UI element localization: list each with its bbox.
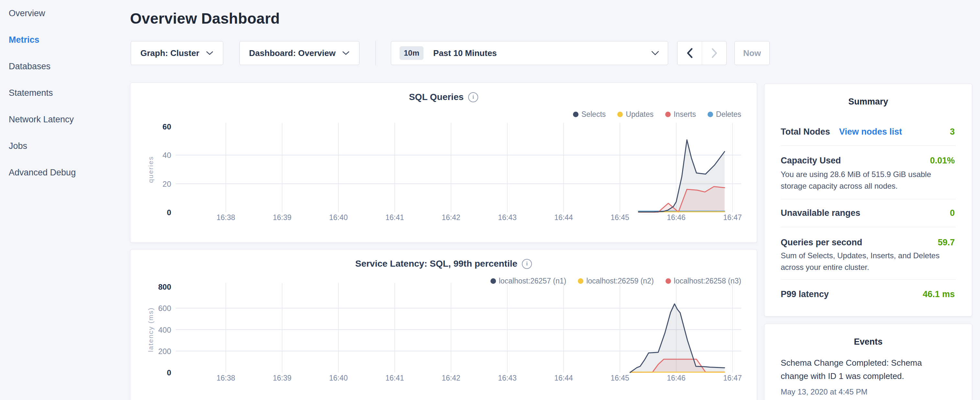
summary-value: 46.1 ms [923, 289, 955, 300]
x-tick-label: 16:39 [273, 374, 291, 382]
legend-item[interactable]: localhost:26258 (n3) [665, 277, 741, 285]
x-tick-label: 16:44 [554, 213, 573, 222]
sidebar-item-network-latency[interactable]: Network Latency [0, 106, 129, 133]
chart-legend: SelectsUpdatesInsertsDeletes [573, 110, 741, 119]
sidebar-item-overview[interactable]: Overview [0, 0, 129, 27]
chart-header: SQL Queries i [130, 92, 757, 102]
chart-card-sql-queries: SQL Queries i SelectsUpdatesInsertsDelet… [130, 83, 757, 243]
summary-label: Queries per second [781, 237, 862, 247]
summary-panel: Summary Total Nodes View nodes list 3 Ca… [764, 83, 972, 317]
legend-item[interactable]: Selects [573, 110, 606, 119]
time-step-buttons [677, 41, 727, 65]
legend-item[interactable]: Deletes [708, 110, 741, 119]
time-step-forward-button[interactable] [702, 41, 726, 65]
summary-divider [781, 227, 956, 227]
graph-scope-dropdown[interactable]: Graph: Cluster [131, 41, 223, 65]
x-tick-label: 16:39 [273, 213, 291, 222]
legend-label: Selects [581, 110, 606, 119]
summary-value: 0.01% [930, 156, 955, 166]
dashboard-dropdown[interactable]: Dashboard: Overview [239, 41, 360, 65]
chart-legend: localhost:26257 (n1)localhost:26259 (n2)… [490, 277, 741, 285]
summary-divider [781, 145, 956, 146]
events-title: Events [765, 337, 972, 347]
time-range-picker[interactable]: 10m Past 10 Minutes [391, 41, 668, 65]
x-tick-label: 16:46 [667, 374, 686, 382]
summary-divider [781, 279, 956, 280]
chevron-right-icon [711, 48, 718, 58]
now-button[interactable]: Now [735, 41, 770, 65]
y-tick-label: 60 [162, 122, 171, 131]
x-tick-label: 16:46 [667, 213, 686, 222]
y-tick-label: 600 [158, 304, 171, 312]
y-tick-label: 400 [158, 325, 171, 334]
y-axis-title: latency (ms) [147, 307, 154, 352]
summary-row-capacity-used: Capacity Used 0.01% [781, 154, 955, 167]
y-tick-label: 800 [158, 282, 171, 291]
x-tick-label: 16:42 [442, 213, 460, 222]
legend-label: localhost:26257 (n1) [499, 277, 566, 285]
events-panel: Events Schema Change Completed: Schema c… [764, 324, 972, 400]
info-icon[interactable]: i [468, 92, 478, 102]
legend-label: localhost:26258 (n3) [674, 277, 741, 285]
info-icon[interactable]: i [522, 259, 532, 269]
legend-dot-icon [665, 112, 671, 117]
summary-row-queries-per-second: Queries per second 59.7 [781, 236, 955, 249]
x-tick-label: 16:43 [498, 374, 517, 382]
app-root: Overview Metrics Databases Statements Ne… [0, 0, 980, 400]
legend-dot-icon [573, 112, 579, 117]
summary-row-unavailable-ranges: Unavailable ranges 0 [781, 207, 955, 220]
chart-card-service-latency: Service Latency: SQL, 99th percentile i … [130, 249, 757, 400]
legend-dot-icon [490, 278, 496, 284]
sidebar-item-jobs[interactable]: Jobs [0, 133, 129, 159]
y-tick-label: 0 [167, 368, 171, 377]
time-range-label: Past 10 Minutes [433, 48, 497, 58]
x-tick-label: 16:42 [442, 374, 460, 382]
summary-label: Unavailable ranges [781, 208, 860, 218]
chevron-down-icon [342, 51, 350, 55]
sidebar-item-advanced-debug[interactable]: Advanced Debug [0, 159, 129, 186]
time-step-back-button[interactable] [678, 41, 702, 65]
x-tick-label: 16:38 [216, 374, 235, 382]
x-tick-label: 16:41 [385, 213, 404, 222]
sidebar-item-statements[interactable]: Statements [0, 80, 129, 106]
x-tick-label: 16:47 [723, 374, 742, 382]
y-tick-label: 20 [162, 180, 171, 188]
summary-label: P99 latency [781, 289, 829, 300]
chart-title: SQL Queries [409, 92, 464, 102]
legend-item[interactable]: Inserts [665, 110, 696, 119]
legend-dot-icon [708, 112, 713, 117]
chart-header: Service Latency: SQL, 99th percentile i [130, 258, 757, 269]
time-range-badge: 10m [399, 46, 423, 60]
x-tick-label: 16:43 [498, 213, 517, 222]
legend-dot-icon [578, 278, 583, 284]
x-tick-label: 16:40 [329, 374, 348, 382]
sidebar-item-metrics[interactable]: Metrics [0, 27, 129, 53]
legend-item[interactable]: localhost:26259 (n2) [578, 277, 654, 285]
service-latency-plot: 16:3816:3916:4016:4116:4216:4316:4416:45… [130, 284, 757, 395]
sidebar-item-databases[interactable]: Databases [0, 53, 129, 80]
summary-divider [781, 199, 956, 199]
legend-label: Deletes [716, 110, 741, 119]
page-title: Overview Dashboard [130, 10, 280, 27]
dashboard-dropdown-label: Dashboard: Overview [249, 48, 336, 58]
chevron-down-icon [206, 51, 213, 55]
legend-item[interactable]: Updates [617, 110, 654, 119]
y-tick-label: 0 [167, 208, 171, 217]
event-message[interactable]: Schema Change Completed: Schema change w… [781, 356, 933, 383]
y-axis-title: queries [147, 156, 154, 183]
summary-description: Sum of Selects, Updates, Inserts, and De… [781, 250, 956, 273]
x-tick-label: 16:45 [611, 374, 629, 382]
legend-item[interactable]: localhost:26257 (n1) [490, 277, 566, 285]
summary-description: You are using 28.6 MiB of 515.9 GiB usab… [781, 169, 956, 192]
x-tick-label: 16:45 [611, 213, 629, 222]
summary-row-p99-latency: P99 latency 46.1 ms [781, 288, 955, 301]
x-tick-label: 16:40 [329, 213, 348, 222]
x-tick-label: 16:41 [385, 374, 404, 382]
legend-dot-icon [617, 112, 623, 117]
x-tick-label: 16:38 [216, 213, 235, 222]
chart-title: Service Latency: SQL, 99th percentile [355, 258, 517, 269]
chevron-left-icon [687, 48, 693, 58]
y-tick-label: 200 [158, 347, 171, 356]
legend-label: Inserts [674, 110, 696, 119]
view-nodes-list-link[interactable]: View nodes list [839, 127, 902, 137]
